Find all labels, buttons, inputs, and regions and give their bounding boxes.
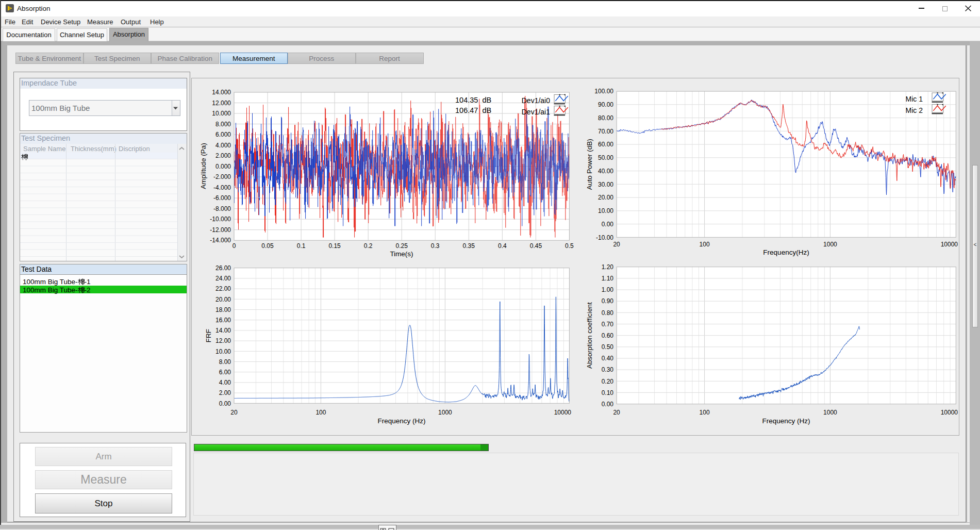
svg-text:12.00: 12.00 (215, 337, 231, 344)
svg-text:1000: 1000 (823, 241, 837, 248)
svg-text:40.00: 40.00 (598, 168, 613, 175)
svg-text:6.000: 6.000 (215, 131, 231, 138)
svg-text:20: 20 (230, 409, 238, 416)
svg-text:4.000: 4.000 (215, 142, 231, 149)
svg-text:10000: 10000 (554, 409, 572, 416)
svg-text:100: 100 (700, 409, 710, 416)
svg-text:18.00: 18.00 (215, 306, 231, 313)
svg-text:100.00: 100.00 (594, 88, 613, 95)
svg-text:Dev1/ai0: Dev1/ai0 (522, 96, 550, 105)
svg-text:0.00: 0.00 (602, 221, 614, 228)
svg-text:0.70: 0.70 (602, 321, 614, 328)
svg-text:0.50: 0.50 (602, 343, 614, 351)
svg-text:2.000: 2.000 (215, 152, 231, 159)
svg-text:10000: 10000 (941, 241, 958, 248)
svg-text:6.00: 6.00 (219, 369, 231, 376)
svg-text:24.00: 24.00 (215, 275, 231, 282)
svg-text:Mic 2: Mic 2 (906, 106, 923, 114)
svg-text:Frequency (Hz): Frequency (Hz) (762, 417, 810, 425)
svg-text:100: 100 (700, 241, 710, 248)
svg-text:FRF: FRF (205, 329, 212, 342)
svg-text:20: 20 (613, 241, 620, 248)
svg-text:10.000: 10.000 (212, 110, 231, 117)
svg-text:80.00: 80.00 (598, 114, 613, 122)
svg-text:1.20: 1.20 (602, 263, 614, 271)
svg-text:0.10: 0.10 (602, 389, 614, 396)
svg-text:8.00: 8.00 (219, 358, 231, 366)
svg-text:70.00: 70.00 (598, 128, 613, 135)
svg-text:0.20: 0.20 (602, 378, 614, 385)
svg-text:0.30: 0.30 (602, 366, 614, 373)
svg-text:0.1: 0.1 (297, 242, 306, 250)
svg-text:0.3: 0.3 (431, 242, 440, 250)
svg-text:1.00: 1.00 (602, 286, 614, 293)
svg-text:10.00: 10.00 (215, 348, 231, 355)
svg-text:0.5: 0.5 (565, 242, 574, 250)
svg-text:Frequency(Hz): Frequency(Hz) (763, 249, 809, 256)
svg-text:26.00: 26.00 (215, 264, 231, 272)
svg-text:-10.000: -10.000 (210, 216, 231, 223)
svg-text:-2.000: -2.000 (213, 173, 231, 180)
svg-text:Dev1/ai1: Dev1/ai1 (522, 108, 550, 116)
svg-text:0.000: 0.000 (215, 163, 231, 170)
svg-text:-8.000: -8.000 (213, 205, 231, 212)
svg-text:16.00: 16.00 (215, 317, 231, 324)
svg-text:12.000: 12.000 (212, 100, 231, 107)
svg-text:0.25: 0.25 (396, 242, 408, 250)
svg-text:0.35: 0.35 (463, 242, 475, 250)
svg-text:20: 20 (613, 409, 620, 416)
svg-text:22.00: 22.00 (215, 285, 231, 292)
svg-text:10.00: 10.00 (598, 207, 613, 214)
svg-text:90.00: 90.00 (598, 101, 613, 108)
svg-text:0.90: 0.90 (602, 297, 614, 305)
svg-text:100: 100 (315, 409, 326, 416)
svg-text:Auto Power (dB): Auto Power (dB) (586, 139, 593, 190)
svg-text:-4.000: -4.000 (213, 184, 231, 191)
svg-text:0.45: 0.45 (530, 242, 542, 250)
svg-text:-10.00: -10.00 (596, 234, 613, 241)
svg-text:Amplitude (Pa): Amplitude (Pa) (200, 143, 207, 189)
svg-text:-6.000: -6.000 (213, 194, 231, 202)
svg-text:50.00: 50.00 (598, 154, 613, 161)
svg-text:0.05: 0.05 (261, 242, 274, 250)
svg-text:0.80: 0.80 (602, 309, 614, 317)
svg-text:60.00: 60.00 (598, 141, 613, 148)
svg-text:4.00: 4.00 (219, 379, 231, 386)
svg-text:Frequency (Hz): Frequency (Hz) (377, 417, 425, 425)
svg-text:14.00: 14.00 (215, 327, 231, 334)
svg-text:0: 0 (232, 242, 236, 250)
svg-text:-14.000: -14.000 (210, 237, 231, 244)
svg-text:0.2: 0.2 (364, 242, 373, 250)
svg-text:Absorption coefficient: Absorption coefficient (586, 302, 593, 369)
svg-text:2.00: 2.00 (219, 389, 231, 396)
svg-text:Mic 1: Mic 1 (906, 95, 923, 103)
svg-text:106.47 dB: 106.47 dB (455, 106, 491, 114)
svg-text:20.00: 20.00 (215, 296, 231, 303)
svg-text:1000: 1000 (823, 409, 837, 416)
svg-text:0.40: 0.40 (602, 355, 614, 362)
svg-text:0.00: 0.00 (602, 401, 614, 408)
svg-text:104.35 dB: 104.35 dB (455, 96, 491, 104)
svg-text:8.000: 8.000 (215, 121, 231, 128)
svg-text:Time(s): Time(s) (390, 250, 413, 258)
svg-text:10000: 10000 (941, 409, 958, 416)
svg-text:0.60: 0.60 (602, 332, 614, 339)
svg-text:1000: 1000 (438, 409, 452, 416)
svg-text:14.000: 14.000 (212, 89, 231, 96)
svg-text:-12.000: -12.000 (210, 226, 231, 234)
svg-text:30.00: 30.00 (598, 181, 613, 188)
svg-text:1.10: 1.10 (602, 275, 614, 282)
svg-text:0.15: 0.15 (328, 242, 341, 250)
svg-text:0.4: 0.4 (498, 242, 507, 250)
svg-text:20.00: 20.00 (598, 194, 613, 201)
svg-text:0.00: 0.00 (219, 400, 231, 407)
